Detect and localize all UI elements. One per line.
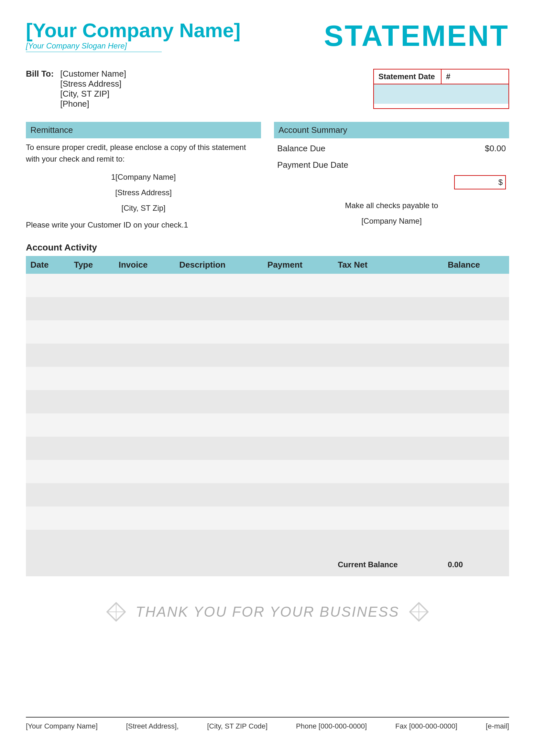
statement-date-body[interactable] [374,84,508,104]
statement-date-label: Statement Date [374,69,441,84]
customer-city-state-zip: [City, ST ZIP] [60,89,126,99]
footer-email: [e-mail] [486,722,509,730]
remittance-address-line: [Stress Address] [26,185,261,201]
statement-date-hash: # [441,69,508,84]
footer-city-state-zip: [City, ST ZIP Code] [207,722,268,730]
remittance-block: Remittance To ensure proper credit, plea… [26,122,261,230]
footer-company-name: [Your Company Name] [26,722,98,730]
table-row [26,367,509,390]
info-row: Bill To: [Customer Name] [Stress Address… [26,69,509,109]
payment-due-row: Payment Due Date [274,160,509,170]
col-payment: Payment [263,256,333,274]
col-invoice: Invoice [114,256,175,274]
company-block: [Your Company Name] [Your Company Slogan… [26,19,241,52]
table-row [26,437,509,460]
current-balance-label: Current Balance [333,553,443,576]
col-type: Type [69,256,114,274]
col-tax-net: Tax Net [333,256,443,274]
footer-street-address: [Street Address], [126,722,179,730]
col-date: Date [26,256,69,274]
company-slogan: [Your Company Slogan Here] [26,41,162,52]
thank-you-section: THANK YOU FOR YOUR BUSINESS [26,602,509,622]
table-row [26,413,509,437]
statement-date-header: Statement Date # [374,69,508,84]
table-row [26,483,509,506]
balance-due-row: Balance Due $0.00 [274,144,509,153]
current-balance-row: Current Balance 0.00 [26,553,509,576]
statement-date-box: Statement Date # [373,69,509,109]
mid-section: Remittance To ensure proper credit, plea… [26,122,509,230]
table-row [26,343,509,367]
col-description: Description [175,256,263,274]
make-checks-block: Make all checks payable to [Company Name… [274,198,509,229]
table-row [26,506,509,530]
table-row [26,274,509,297]
remittance-city-state-zip: [City, ST Zip] [26,201,261,216]
diamond-right-icon [409,602,429,622]
footer-fax: Fax [000-000-0000] [395,722,457,730]
bill-to-values: [Customer Name] [Stress Address] [City, … [60,69,126,109]
table-row [26,297,509,320]
account-activity-section: Account Activity Date Type Invoice Descr… [26,242,509,576]
dollar-sign: $ [498,178,503,187]
payment-due-label: Payment Due Date [277,160,348,170]
remittance-company-name: 1[Company Name] [26,169,261,185]
activity-table-head: Date Type Invoice Description Payment Ta… [26,256,509,274]
remittance-text: To ensure proper credit, please enclose … [26,142,261,165]
make-checks-line1: Make all checks payable to [274,198,509,213]
company-name: [Your Company Name] [26,19,241,41]
account-activity-title: Account Activity [26,242,509,253]
footer-phone: Phone [000-000-0000] [296,722,367,730]
customer-phone: [Phone] [60,99,126,109]
customer-address: [Stress Address] [60,79,126,89]
balance-due-label: Balance Due [277,144,325,153]
account-summary-header: Account Summary [274,122,509,138]
current-balance-value: 0.00 [443,553,509,576]
account-summary-block: Account Summary Balance Due $0.00 Paymen… [274,122,509,230]
activity-table: Date Type Invoice Description Payment Ta… [26,256,509,576]
bill-to-block: Bill To: [Customer Name] [Stress Address… [26,69,126,109]
remittance-footer: Please write your Customer ID on your ch… [26,220,261,230]
remittance-header: Remittance [26,122,261,138]
activity-header-row: Date Type Invoice Description Payment Ta… [26,256,509,274]
header: [Your Company Name] [Your Company Slogan… [26,19,509,53]
footer: [Your Company Name] [Street Address], [C… [26,717,509,730]
table-row [26,530,509,553]
remittance-address: 1[Company Name] [Stress Address] [City, … [26,169,261,216]
activity-table-body: Current Balance 0.00 [26,274,509,576]
table-row [26,320,509,343]
table-row [26,460,509,483]
make-checks-line2: [Company Name] [274,213,509,229]
page: [Your Company Name] [Your Company Slogan… [26,19,509,730]
balance-due-value: $0.00 [485,144,506,153]
col-balance: Balance [443,256,509,274]
statement-title: STATEMENT [324,19,509,53]
customer-name: [Customer Name] [60,69,126,79]
bill-to-label: Bill To: [26,69,54,109]
payment-due-input[interactable]: $ [454,175,506,189]
diamond-left-icon [106,602,126,622]
table-row [26,390,509,413]
thank-you-text: THANK YOU FOR YOUR BUSINESS [135,604,399,620]
